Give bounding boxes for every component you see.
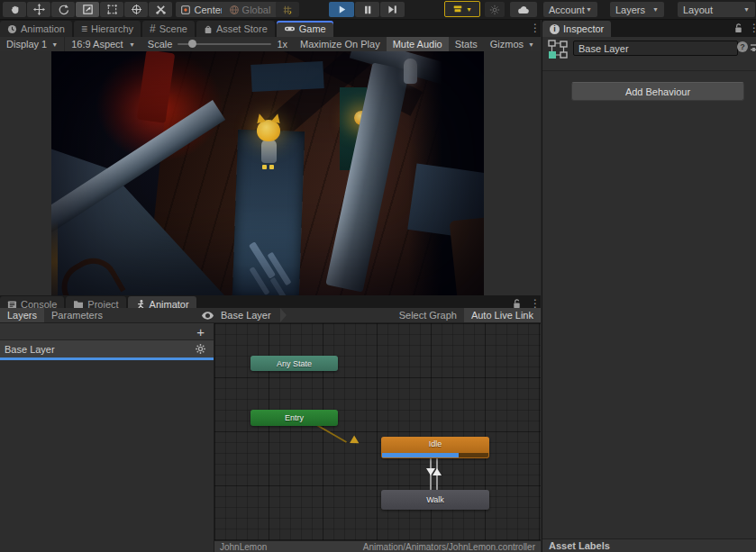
auto-live-link-label: Auto Live Link xyxy=(471,310,533,321)
game-panel-menu-icon[interactable]: ⋮ xyxy=(530,23,541,33)
pivot-icon xyxy=(180,5,191,15)
state-node-any-state[interactable]: Any State xyxy=(250,356,338,371)
inspector-panel: i Inspector ⋮ Base Layer ? Add Behaviour… xyxy=(542,20,756,552)
play-icon xyxy=(337,5,347,14)
breadcrumb[interactable]: Base Layer xyxy=(221,308,287,322)
layout-dropdown[interactable]: Layout ▼ xyxy=(678,2,755,17)
rotation-global-button[interactable]: Global xyxy=(222,2,278,17)
tab-animation[interactable]: Animation xyxy=(0,21,72,37)
play-button[interactable] xyxy=(329,2,354,17)
hand-icon xyxy=(9,4,21,15)
move-tool-button[interactable] xyxy=(27,2,50,17)
archive-box-icon xyxy=(452,4,463,14)
custom-tool-button[interactable] xyxy=(149,2,172,17)
animator-layers-tab[interactable]: Layers xyxy=(0,308,44,322)
animator-layers-panel: + Base Layer xyxy=(0,323,214,552)
state-node-entry[interactable]: Entry xyxy=(250,410,338,426)
layout-label: Layout xyxy=(683,5,713,15)
wrench-icon xyxy=(155,4,167,15)
scale-value: 1x xyxy=(277,39,287,50)
game-viewport[interactable] xyxy=(51,51,484,295)
auto-live-link-button[interactable]: Auto Live Link xyxy=(464,308,541,322)
maximize-on-play-button[interactable]: Maximize On Play xyxy=(294,37,387,51)
cloud-icon xyxy=(517,5,530,15)
rotate-icon xyxy=(58,4,69,15)
character-foot xyxy=(262,165,267,169)
tab-asset-store[interactable]: Asset Store xyxy=(196,21,275,37)
help-icon[interactable]: ? xyxy=(737,41,748,52)
state-node-walk[interactable]: Walk xyxy=(381,490,489,510)
scale-label: Scale xyxy=(148,39,173,50)
chevron-down-icon: ▼ xyxy=(743,6,750,13)
character-head xyxy=(257,120,280,141)
tab-label: Animation xyxy=(21,23,65,34)
chevron-down-icon: ▼ xyxy=(129,41,135,48)
aspect-dropdown[interactable]: 16:9 Aspect ▼ xyxy=(64,37,141,51)
hand-tool-button[interactable] xyxy=(3,2,26,17)
tab-label: Asset Store xyxy=(216,23,268,34)
select-graph-label: Select Graph xyxy=(399,310,457,321)
preset-icon[interactable] xyxy=(751,42,756,52)
add-behaviour-button[interactable]: Add Behaviour xyxy=(571,82,744,101)
animator-parameters-tab[interactable]: Parameters xyxy=(44,308,110,322)
scale-slider-knob[interactable] xyxy=(188,40,196,48)
hierarchy-icon: ≡ xyxy=(81,23,87,35)
stats-button[interactable]: Stats xyxy=(449,37,484,51)
layers-panel-header: + xyxy=(0,323,214,340)
gear-icon[interactable] xyxy=(195,343,206,355)
tab-inspector[interactable]: i Inspector xyxy=(542,21,611,37)
layer-name-field[interactable]: Base Layer xyxy=(573,41,738,56)
stats-label: Stats xyxy=(455,39,478,50)
unlock-icon[interactable] xyxy=(733,23,743,34)
state-node-label: Walk xyxy=(426,495,444,504)
character-body xyxy=(261,140,277,163)
grid-snap-icon xyxy=(282,5,293,15)
sun-icon xyxy=(489,5,500,15)
step-button[interactable] xyxy=(380,2,405,17)
rect-tool-button[interactable] xyxy=(100,2,123,17)
scale-slider[interactable] xyxy=(178,40,271,49)
progressive-lightmap-button[interactable] xyxy=(485,2,505,17)
select-graph-button[interactable]: Select Graph xyxy=(392,308,464,322)
breadcrumb-chevron-icon xyxy=(280,308,287,322)
blue-rug-top xyxy=(250,61,323,92)
pivot-center-label: Center xyxy=(194,5,223,15)
parameters-tab-label: Parameters xyxy=(51,310,103,321)
clock-icon xyxy=(7,24,17,34)
mute-audio-button[interactable]: Mute Audio xyxy=(387,37,449,51)
version-control-button[interactable]: ▼ xyxy=(444,1,480,17)
display-label: Display 1 xyxy=(6,39,47,50)
scale-tool-button[interactable] xyxy=(76,2,99,17)
grid-snap-button[interactable] xyxy=(276,2,299,17)
add-layer-button[interactable]: + xyxy=(196,325,205,339)
display-dropdown[interactable]: Display 1 ▼ xyxy=(0,37,64,51)
pause-button[interactable] xyxy=(355,2,379,17)
animator-graph[interactable]: Any State Entry Idle Walk xyxy=(214,323,541,540)
globe-icon xyxy=(229,5,240,15)
cloud-collab-button[interactable] xyxy=(510,2,537,17)
layers-tab-label: Layers xyxy=(7,310,37,321)
layers-dropdown[interactable]: Layers ▼ xyxy=(610,2,664,17)
tab-game[interactable]: Game xyxy=(277,21,333,37)
asset-labels-section[interactable]: Asset Labels xyxy=(542,538,756,552)
layer-name: Base Layer xyxy=(5,344,55,355)
rotate-tool-button[interactable] xyxy=(51,2,75,17)
status-controller-name: JohnLemon xyxy=(220,542,267,552)
tab-scene[interactable]: # Scene xyxy=(142,21,195,37)
state-node-idle[interactable]: Idle xyxy=(381,437,489,458)
layers-label: Layers xyxy=(615,5,645,15)
gizmos-dropdown[interactable]: Gizmos ▼ xyxy=(484,37,541,51)
animator-status-bar: JohnLemon Animation/Animators/JohnLemon.… xyxy=(214,540,541,552)
chevron-down-icon: ▼ xyxy=(652,6,659,13)
shopping-bag-icon xyxy=(204,24,213,34)
transform-tool-button[interactable] xyxy=(124,2,148,17)
account-dropdown[interactable]: Account ▼ xyxy=(543,2,597,17)
rect-tool-icon xyxy=(106,4,118,15)
eye-icon[interactable] xyxy=(202,312,214,320)
layer-item-base-layer[interactable]: Base Layer xyxy=(0,340,214,360)
move-icon xyxy=(33,4,45,15)
tab-label: Game xyxy=(299,23,326,34)
tab-hierarchy[interactable]: ≡ Hierarchy xyxy=(74,21,141,37)
inspector-menu-icon[interactable]: ⋮ xyxy=(749,23,756,33)
transition-arrowhead xyxy=(350,435,361,447)
